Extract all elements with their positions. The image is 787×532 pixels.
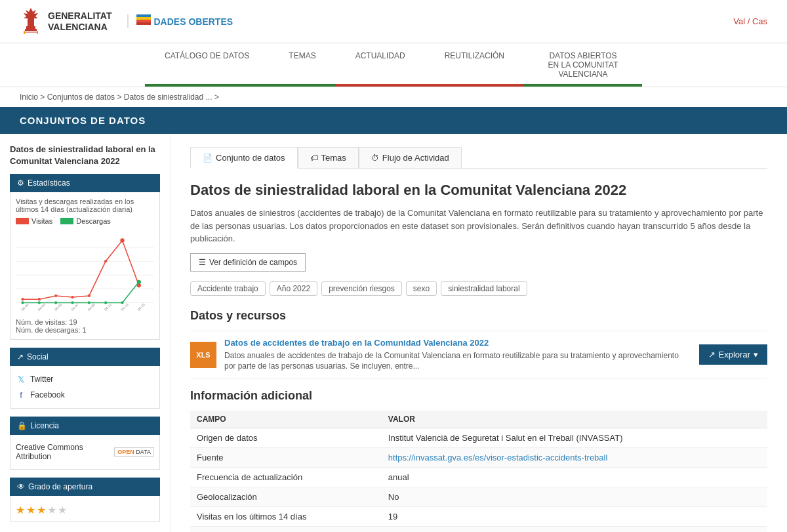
sidebar-license-header: 🔒 Licencia xyxy=(10,417,160,435)
cell-campo: Frecuencia de actualización xyxy=(190,468,382,487)
main-nav: CATÁLOGO DE DATOS TEMAS ACTUALIDAD REUTI… xyxy=(0,43,787,87)
sidebar-apertura-section: 👁 Grado de apertura ★ ★ ★ ★ ★ xyxy=(10,478,160,522)
resource-name[interactable]: Datos de accidentes de trabajo en la Com… xyxy=(224,338,691,348)
visits-count: Núm. de visitas: 19 xyxy=(16,318,154,326)
nav-temas[interactable]: TEMAS xyxy=(269,43,335,87)
legend-downloads-label: Descargas xyxy=(76,217,111,225)
lock-icon: 🔒 xyxy=(17,421,27,430)
btn-fields-label: Ver definición de campos xyxy=(209,258,297,267)
nav-underline-temas xyxy=(269,84,335,87)
dades-flag-icon xyxy=(136,14,151,28)
cell-valor: 19 xyxy=(382,527,767,532)
gv-logo: GENERALITAT VALENCIANA xyxy=(20,7,111,36)
dataset-title: Datos de siniestralidad laboral en la Co… xyxy=(190,182,767,199)
legend-dot-visits xyxy=(16,218,29,224)
btn-fields[interactable]: ☰ Ver definición de campos xyxy=(190,253,306,272)
nav-underline-reutilizacion xyxy=(425,84,524,87)
tags-container: Accidente trabajo Año 2022 prevención ri… xyxy=(190,281,767,296)
tab-flujo[interactable]: ⏱ Flujo de Actividad xyxy=(359,147,462,168)
info-table: CAMPO VALOR Origen de datosInstitut Vale… xyxy=(190,411,767,532)
svg-text:04-07: 04-07 xyxy=(70,302,79,312)
tab-conjunto-icon: 📄 xyxy=(203,153,212,163)
svg-point-19 xyxy=(120,239,124,243)
tab-conjunto[interactable]: 📄 Conjunto de datos xyxy=(190,147,298,169)
resource-icon: XLS xyxy=(190,342,216,368)
share-icon: ↗ xyxy=(17,352,24,361)
language-selector[interactable]: Val / Cas xyxy=(733,16,767,26)
tag-0[interactable]: Accidente trabajo xyxy=(190,281,266,296)
downloads-count: Núm. de descargas: 1 xyxy=(16,326,154,334)
tab-temas-label: Temas xyxy=(321,153,346,163)
section-title: CONJUNTOS DE DATOS xyxy=(20,115,767,126)
chart-label: Visitas y descargas realizadas en los úl… xyxy=(16,197,154,213)
breadcrumb-inicio[interactable]: Inicio xyxy=(20,92,38,102)
stats-label: Estadísticas xyxy=(28,178,70,188)
cell-valor: anual xyxy=(382,468,767,487)
svg-text:04-09: 04-09 xyxy=(87,302,96,312)
cell-valor: 19 xyxy=(382,507,767,527)
sidebar-social-section: ↗ Social 𝕏 Twitter f Facebook xyxy=(10,348,160,409)
sidebar-license-section: 🔒 Licencia Creative Commons Attribution … xyxy=(10,417,160,470)
breadcrumb-conjuntos[interactable]: Conjuntos de datos xyxy=(47,92,115,102)
table-row: Origen de datosInstitut Valencià de Segu… xyxy=(190,428,767,448)
breadcrumb: Inicio > Conjuntos de datos > Datos de s… xyxy=(0,87,787,107)
facebook-link[interactable]: f Facebook xyxy=(16,387,154,403)
nav-reutilizacion[interactable]: REUTILIZACIÓN xyxy=(425,43,524,87)
cell-campo: Geolocalización xyxy=(190,487,382,507)
license-label: Licencia xyxy=(30,421,59,430)
svg-text:04-05: 04-05 xyxy=(54,302,63,312)
gv-line2: VALENCIANA xyxy=(48,22,111,33)
tab-temas[interactable]: 🏷 Temas xyxy=(298,147,359,168)
tag-3[interactable]: sexo xyxy=(406,281,437,296)
tag-4[interactable]: siniestralidad laboral xyxy=(441,281,527,296)
tab-flujo-icon: ⏱ xyxy=(371,153,379,163)
svg-rect-4 xyxy=(136,14,151,17)
explore-icon: ↗ xyxy=(708,350,716,359)
twitter-label: Twitter xyxy=(30,375,53,384)
table-row: Frecuencia de actualizaciónanual xyxy=(190,468,767,487)
nav-items-container: CATÁLOGO DE DATOS TEMAS ACTUALIDAD REUTI… xyxy=(0,43,787,87)
svg-point-28 xyxy=(137,280,141,284)
table-row: Fuentehttps://invassat.gva.es/es/visor-e… xyxy=(190,448,767,468)
tag-1[interactable]: Año 2022 xyxy=(270,281,317,296)
cell-valor[interactable]: https://invassat.gva.es/es/visor-estadis… xyxy=(382,448,767,468)
svg-point-24 xyxy=(71,302,73,304)
explore-dropdown-icon: ▾ xyxy=(754,350,758,359)
breadcrumb-current: Datos de siniestralidad ... xyxy=(124,92,212,102)
gv-text: GENERALITAT VALENCIANA xyxy=(48,10,111,33)
svg-point-22 xyxy=(38,302,41,304)
nav-actualidad[interactable]: ACTUALIDAD xyxy=(336,43,425,87)
btn-explore[interactable]: ↗ Explorar ▾ xyxy=(699,344,767,365)
nav-underline-catalogo xyxy=(145,84,269,87)
sidebar-apertura-header: 👁 Grado de apertura xyxy=(10,478,160,496)
logos: GENERALITAT VALENCIANA DADES OBERTES xyxy=(20,7,233,36)
twitter-link[interactable]: 𝕏 Twitter xyxy=(16,371,154,387)
svg-point-21 xyxy=(21,302,24,304)
svg-rect-7 xyxy=(136,22,151,25)
tag-2[interactable]: prevención riesgos xyxy=(321,281,402,296)
nav-catalogo[interactable]: CATÁLOGO DE DATOS xyxy=(145,43,269,87)
sidebar: Datos de siniestralidad laboral en la Co… xyxy=(0,134,171,532)
nav-datos-abiertos[interactable]: DATOS ABIERTOS EN LA COMUNITAT VALENCIAN… xyxy=(524,43,642,87)
table-row: Visitas totales19 xyxy=(190,527,767,532)
star-4: ★ xyxy=(47,504,56,516)
sidebar-stats-header: ⚙ Estadísticas xyxy=(10,174,160,192)
col-campo: CAMPO xyxy=(190,411,382,428)
legend-visits: Visitas xyxy=(16,217,52,225)
sidebar-license-body: Creative Commons Attribution OPEN DATA xyxy=(10,435,160,470)
legend-visits-label: Visitas xyxy=(31,217,52,225)
section-header: CONJUNTOS DE DATOS xyxy=(0,107,787,134)
cell-valor: No xyxy=(382,487,767,507)
chart-stats: Núm. de visitas: 19 Núm. de descargas: 1 xyxy=(16,318,154,334)
col-valor: VALOR xyxy=(382,411,767,428)
sidebar-stats-body: Visitas y descargas realizadas en los úl… xyxy=(10,192,160,340)
svg-point-16 xyxy=(71,296,73,298)
apertura-label: Grado de apertura xyxy=(28,482,92,491)
open-data-badge: OPEN DATA xyxy=(114,447,154,457)
svg-text:04-03: 04-03 xyxy=(37,302,46,312)
svg-point-26 xyxy=(104,302,107,304)
star-5: ★ xyxy=(58,504,67,516)
sidebar-social-header: ↗ Social xyxy=(10,348,160,366)
main-content: Datos de siniestralidad laboral en la Co… xyxy=(0,134,787,532)
valor-link[interactable]: https://invassat.gva.es/es/visor-estadis… xyxy=(388,453,608,462)
